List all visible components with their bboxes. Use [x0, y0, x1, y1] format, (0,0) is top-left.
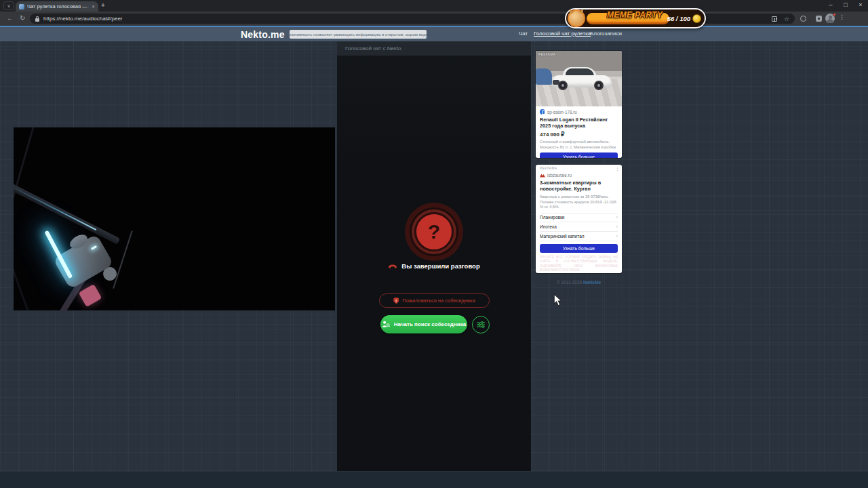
- ad-card-car[interactable]: РЕКЛАМА sp-salon-178.ru Renault Logan II…: [536, 51, 622, 158]
- coin-icon: [692, 14, 701, 23]
- ad-link-maternity-capital[interactable]: Материнский капитал›: [540, 232, 618, 241]
- window-controls: – □ ×: [823, 0, 868, 11]
- tab-close-icon[interactable]: ×: [92, 3, 95, 9]
- site-header: [0, 27, 868, 41]
- report-shield-icon: !: [393, 298, 399, 304]
- browser-titlebar: [0, 0, 868, 12]
- advertiser-domain: sp-salon-178.ru: [547, 110, 577, 115]
- report-peer-button[interactable]: ! Пожаловаться на собеседника: [379, 293, 490, 308]
- ad-price: 474 000 ₽: [540, 131, 618, 138]
- advertiser-row[interactable]: sp-salon-178.ru: [540, 109, 618, 115]
- browser-menu-kebab-icon[interactable]: ⋮: [839, 14, 845, 20]
- ad-disclaimer: ИЗУЧИТЕ ВСЕ УСЛОВИЯ КРЕДИТА (ЗАЙМА) НА С…: [540, 256, 618, 273]
- advertiser-row[interactable]: isbzaurale.ru: [540, 173, 618, 178]
- ad-badge: РЕКЛАМА: [540, 167, 618, 170]
- pinned-extension-icon[interactable]: [816, 16, 822, 22]
- mouse-cursor: [553, 293, 562, 310]
- advertiser-domain: isbzaurale.ru: [547, 173, 572, 178]
- ad-description: Квартира с ремонтом за 35 973₽/мес. Полн…: [540, 195, 618, 210]
- advertiser-logo-icon: [540, 109, 545, 115]
- start-search-button[interactable]: Начать поиск собеседника: [380, 315, 467, 333]
- minimize-button[interactable]: –: [823, 0, 838, 11]
- back-button[interactable]: ←: [7, 14, 14, 22]
- refresh-button[interactable]: ↻: [20, 14, 25, 22]
- tab-title: Чат рулетка голосовая — Nekto: [27, 3, 89, 9]
- url-text[interactable]: https://nekto.me/audiochat#/peer: [43, 16, 123, 22]
- boom-arm: [14, 177, 120, 245]
- ad-link-floorplans[interactable]: Планировки›: [540, 213, 618, 222]
- ad-title[interactable]: Renault Logan II Рестайлинг 2025 года вы…: [540, 117, 618, 129]
- ad-cta-button[interactable]: Узнать больше: [540, 244, 618, 253]
- meme-party-score: 56 / 100: [667, 15, 690, 22]
- ad-menu-kebab-icon[interactable]: ⋮: [615, 166, 620, 171]
- meme-party-widget[interactable]: MEME PARTY 56 / 100: [565, 8, 706, 28]
- taskbar: [0, 471, 868, 488]
- chevron-right-icon: ›: [616, 234, 618, 239]
- nav-blog-posts[interactable]: Блогозаписи: [590, 30, 622, 37]
- nektome-link[interactable]: NektoMe: [583, 280, 601, 285]
- nav-chat[interactable]: Чат: [519, 30, 528, 37]
- chevron-right-icon: ›: [616, 224, 618, 229]
- chat-panel-title: Голосовой чат с Nekto: [337, 41, 531, 56]
- tab-favicon: [19, 4, 24, 9]
- new-tab-button[interactable]: +: [101, 1, 105, 9]
- site-notice: Анонимность позволяет размещать информац…: [290, 30, 427, 39]
- start-search-label: Начать поиск собеседника: [394, 321, 466, 327]
- chevron-right-icon: ›: [616, 215, 618, 220]
- ad-link-mortgage[interactable]: Ипотека›: [540, 222, 618, 232]
- sliders-icon: [477, 321, 485, 328]
- hangup-phone-icon: [388, 264, 397, 269]
- profile-notification-dot: [833, 13, 836, 16]
- pink-light-element: [79, 284, 102, 307]
- ad-car-photo: РЕКЛАМА: [536, 51, 622, 106]
- call-status-text: Вы завершили разговор: [401, 262, 479, 270]
- bookmark-star-icon[interactable]: ☆: [784, 16, 789, 22]
- tab-groups-icon[interactable]: [772, 16, 777, 22]
- advertiser-logo-icon: [540, 174, 545, 178]
- doge-avatar: [568, 9, 585, 27]
- copyright-line: © 2011-2025 NektoMe: [536, 280, 622, 285]
- ad-title[interactable]: 3-комнатные квартиры в новостройке. Кург…: [540, 180, 618, 192]
- browser-tab[interactable]: Чат рулетка голосовая — Nekto ×: [16, 1, 98, 12]
- close-button[interactable]: ×: [853, 0, 868, 11]
- video-feed: [14, 127, 335, 310]
- chevron-down-icon: ∨: [7, 3, 10, 9]
- ad-card-apartments[interactable]: РЕКЛАМА ⋮ isbzaurale.ru 3-комнатные квар…: [536, 165, 622, 273]
- background-blue-car: [536, 68, 552, 85]
- site-logo[interactable]: Nekto.me: [241, 29, 285, 40]
- ad-badge: РЕКЛАМА: [538, 53, 555, 56]
- tab-search-button[interactable]: ∨: [3, 1, 14, 10]
- mic-stand-pole: [14, 127, 35, 234]
- nav-voice-chat-roulette[interactable]: Голосовой чат рулетка: [534, 30, 591, 37]
- call-status-row: Вы завершили разговор: [337, 262, 531, 270]
- extension-circle-icon[interactable]: [800, 16, 806, 22]
- ad-description: Стильный и комфортный автомобиль. Мощнос…: [540, 140, 618, 150]
- search-filter-button[interactable]: [472, 316, 490, 333]
- lock-icon: [35, 18, 39, 22]
- white-car: [552, 67, 612, 90]
- report-label: Пожаловаться на собеседника: [402, 298, 475, 304]
- person-search-icon: [382, 321, 390, 328]
- mic-stand-leg: [14, 211, 30, 310]
- ad-cta-button[interactable]: Узнать больше: [540, 152, 618, 158]
- maximize-button[interactable]: □: [838, 0, 853, 11]
- unknown-peer-icon: ?: [414, 212, 454, 251]
